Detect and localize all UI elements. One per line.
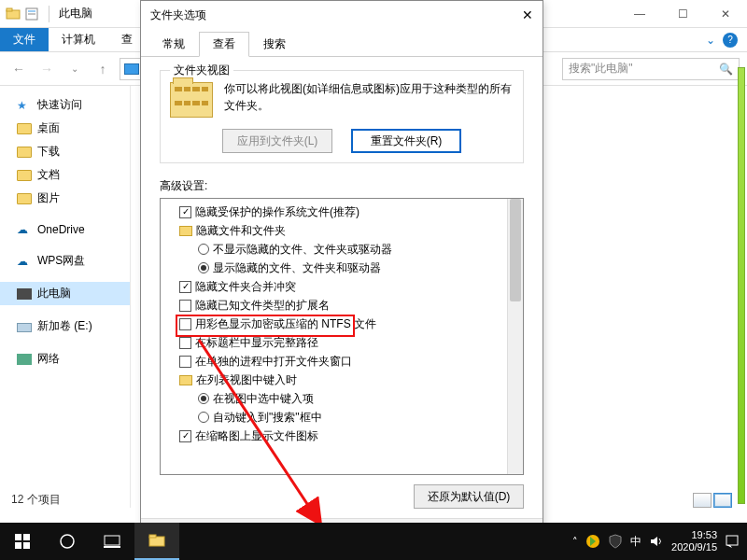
system-tray: ˄ 中 19:53 2020/9/15 <box>572 529 747 553</box>
scrollbar-thumb[interactable] <box>510 199 521 301</box>
tree-item-0[interactable]: 隐藏受保护的操作系统文件(推荐) <box>164 203 503 221</box>
tree-item-11[interactable]: 自动键入到"搜索"框中 <box>164 408 503 427</box>
checkbox-icon <box>179 300 191 312</box>
tree-item-label: 在标题栏中显示完整路径 <box>195 333 318 352</box>
checkbox-icon <box>179 281 191 293</box>
status-bar: 12 个项目 <box>11 492 61 508</box>
tree-item-9[interactable]: 在列表视图中键入时 <box>164 371 503 389</box>
checkbox-icon <box>179 430 191 442</box>
sidebar-item-1[interactable]: 桌面 <box>0 117 130 140</box>
tree-item-5[interactable]: 隐藏已知文件类型的扩展名 <box>164 296 503 315</box>
tree-item-label: 隐藏文件夹合并冲突 <box>195 277 296 296</box>
fold-icon <box>17 170 32 181</box>
folder-options-dialog: 文件夹选项 ✕ 常规 查看 搜索 文件夹视图 你可以将此视图(如详细信息或图标)… <box>140 0 543 560</box>
svg-rect-6 <box>15 534 21 540</box>
svg-rect-1 <box>7 8 12 11</box>
tree-item-label: 自动键入到"搜索"框中 <box>213 408 322 427</box>
tree-item-4[interactable]: 隐藏文件夹合并冲突 <box>164 277 503 296</box>
properties-icon[interactable] <box>24 7 39 21</box>
folder-icon <box>179 226 192 236</box>
tree-item-10[interactable]: 在视图中选中键入项 <box>164 389 503 408</box>
svg-rect-8 <box>15 542 21 549</box>
taskbar-clock[interactable]: 19:53 2020/9/15 <box>671 529 717 553</box>
sidebar-item-8[interactable]: 新加卷 (E:) <box>0 315 130 338</box>
fold-icon <box>17 193 32 204</box>
dialog-close-button[interactable]: ✕ <box>522 7 533 22</box>
tab-search[interactable]: 搜索 <box>249 32 300 57</box>
svg-rect-14 <box>149 535 156 538</box>
view-icons-icon[interactable] <box>713 493 732 508</box>
tree-item-label: 显示隐藏的文件、文件夹和驱动器 <box>213 259 381 277</box>
sidebar-item-4[interactable]: 图片 <box>0 187 130 210</box>
sidebar-item-6[interactable]: ☁WPS网盘 <box>0 249 130 273</box>
reset-folders-button[interactable]: 重置文件夹(R) <box>351 129 461 153</box>
sidebar-item-5[interactable]: ☁OneDrive <box>0 219 130 240</box>
sidebar-item-9[interactable]: 网络 <box>0 347 130 371</box>
apply-to-folders-button[interactable]: 应用到文件夹(L) <box>222 129 332 153</box>
taskbar: ˄ 中 19:53 2020/9/15 <box>0 523 747 560</box>
folder-large-icon <box>170 82 213 118</box>
tree-item-label: 在缩略图上显示文件图标 <box>195 427 318 445</box>
sidebar-item-0[interactable]: ★快速访问 <box>0 93 130 117</box>
explorer-task-button[interactable] <box>134 523 179 560</box>
close-button[interactable]: ✕ <box>704 0 747 28</box>
checkbox-icon <box>179 337 191 349</box>
sidebar-item-3[interactable]: 文档 <box>0 163 130 187</box>
start-button[interactable] <box>0 523 45 560</box>
cortana-button[interactable] <box>45 523 90 560</box>
sidebar-item-label: 桌面 <box>37 120 60 136</box>
tree-item-label: 隐藏受保护的操作系统文件(推荐) <box>195 203 359 221</box>
tree-item-3[interactable]: 显示隐藏的文件、文件夹和驱动器 <box>164 259 503 277</box>
tree-item-label: 不显示隐藏的文件、文件夹或驱动器 <box>213 240 392 259</box>
dialog-title: 文件夹选项 <box>150 7 206 23</box>
sidebar-item-label: 网络 <box>37 351 60 367</box>
task-view-button[interactable] <box>90 523 134 560</box>
tree-scrollbar[interactable] <box>507 199 523 474</box>
sidebar-item-label: 下载 <box>37 144 60 160</box>
notifications-icon[interactable] <box>725 534 740 549</box>
tab-view[interactable]: 查看 <box>199 32 249 57</box>
help-icon[interactable]: ? <box>723 33 738 48</box>
up-button[interactable]: ↑ <box>92 62 114 77</box>
forward-button[interactable]: → <box>35 62 58 77</box>
window-controls: — ☐ ✕ <box>618 0 747 28</box>
minimize-button[interactable]: — <box>618 0 661 28</box>
folder-icon <box>6 7 21 21</box>
ribbon-toggle-icon[interactable]: ⌄ <box>706 34 715 47</box>
clock-time: 19:53 <box>671 529 717 541</box>
volume-icon[interactable] <box>649 534 664 549</box>
restore-defaults-button[interactable]: 还原为默认值(D) <box>414 484 524 509</box>
dialog-titlebar: 文件夹选项 ✕ <box>141 1 543 29</box>
tree-item-6[interactable]: 用彩色显示加密或压缩的 NTFS 文件 <box>164 315 503 333</box>
group-description: 你可以将此视图(如详细信息或图标)应用于这种类型的所有文件夹。 <box>224 80 514 118</box>
tray-app-icon[interactable] <box>585 534 600 549</box>
tray-chevron-icon[interactable]: ˄ <box>572 536 578 548</box>
search-box[interactable]: 搜索"此电脑" 🔍 <box>562 58 740 80</box>
maximize-button[interactable]: ☐ <box>661 0 704 28</box>
tree-item-1[interactable]: 隐藏文件和文件夹 <box>164 221 503 240</box>
tree-item-8[interactable]: 在单独的进程中打开文件夹窗口 <box>164 352 503 371</box>
tree-item-2[interactable]: 不显示隐藏的文件、文件夹或驱动器 <box>164 240 503 259</box>
sidebar-item-label: 文档 <box>37 167 60 183</box>
tab-computer[interactable]: 计算机 <box>49 28 108 51</box>
ime-indicator[interactable]: 中 <box>630 534 641 550</box>
od-icon: ☁ <box>17 255 32 268</box>
sidebar-item-7[interactable]: 此电脑 <box>0 282 130 305</box>
tab-file[interactable]: 文件 <box>0 28 49 51</box>
clock-date: 2020/9/15 <box>671 541 717 553</box>
svg-point-10 <box>61 535 74 548</box>
history-dropdown[interactable]: ⌄ <box>63 63 86 74</box>
view-switcher <box>693 493 732 508</box>
tab-general[interactable]: 常规 <box>148 32 199 57</box>
sidebar-item-2[interactable]: 下载 <box>0 140 130 163</box>
window-title: 此电脑 <box>53 6 92 21</box>
svg-rect-12 <box>104 546 120 548</box>
back-button[interactable]: ← <box>7 62 30 77</box>
tree-item-12[interactable]: 在缩略图上显示文件图标 <box>164 427 503 445</box>
view-details-icon[interactable] <box>693 493 712 508</box>
search-icon: 🔍 <box>719 63 733 76</box>
tree-item-7[interactable]: 在标题栏中显示完整路径 <box>164 333 503 352</box>
tree-item-label: 在列表视图中键入时 <box>196 371 297 389</box>
tray-shield-icon[interactable] <box>608 534 623 549</box>
checkbox-icon <box>179 206 191 218</box>
